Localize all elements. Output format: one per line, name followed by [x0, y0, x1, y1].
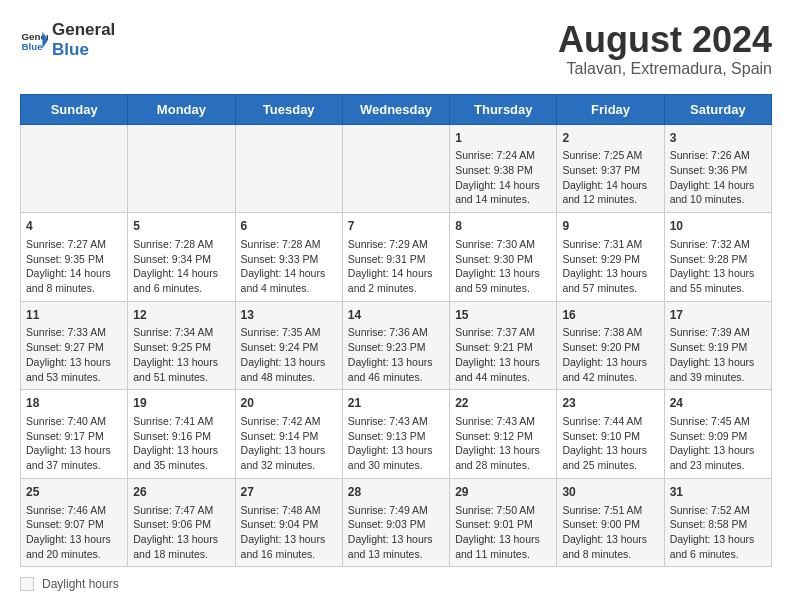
day-info: Sunrise: 7:47 AM Sunset: 9:06 PM Dayligh… — [133, 503, 229, 562]
calendar-cell — [128, 124, 235, 213]
day-number: 17 — [670, 307, 766, 324]
day-number: 14 — [348, 307, 444, 324]
calendar-cell: 19Sunrise: 7:41 AM Sunset: 9:16 PM Dayli… — [128, 390, 235, 479]
calendar-cell: 14Sunrise: 7:36 AM Sunset: 9:23 PM Dayli… — [342, 301, 449, 390]
day-number: 1 — [455, 130, 551, 147]
calendar-cell: 27Sunrise: 7:48 AM Sunset: 9:04 PM Dayli… — [235, 478, 342, 567]
logo-general-text: General — [52, 20, 115, 40]
calendar-cell: 13Sunrise: 7:35 AM Sunset: 9:24 PM Dayli… — [235, 301, 342, 390]
calendar-cell: 21Sunrise: 7:43 AM Sunset: 9:13 PM Dayli… — [342, 390, 449, 479]
day-info: Sunrise: 7:34 AM Sunset: 9:25 PM Dayligh… — [133, 325, 229, 384]
day-number: 18 — [26, 395, 122, 412]
main-title: August 2024 — [558, 20, 772, 60]
day-info: Sunrise: 7:25 AM Sunset: 9:37 PM Dayligh… — [562, 148, 658, 207]
day-info: Sunrise: 7:45 AM Sunset: 9:09 PM Dayligh… — [670, 414, 766, 473]
svg-text:Blue: Blue — [21, 41, 43, 52]
calendar-body: 1Sunrise: 7:24 AM Sunset: 9:38 PM Daylig… — [21, 124, 772, 567]
calendar-cell: 2Sunrise: 7:25 AM Sunset: 9:37 PM Daylig… — [557, 124, 664, 213]
calendar-cell: 23Sunrise: 7:44 AM Sunset: 9:10 PM Dayli… — [557, 390, 664, 479]
subtitle: Talavan, Extremadura, Spain — [558, 60, 772, 78]
day-header-tuesday: Tuesday — [235, 94, 342, 124]
calendar-week-2: 11Sunrise: 7:33 AM Sunset: 9:27 PM Dayli… — [21, 301, 772, 390]
calendar-cell: 11Sunrise: 7:33 AM Sunset: 9:27 PM Dayli… — [21, 301, 128, 390]
day-number: 5 — [133, 218, 229, 235]
calendar-week-0: 1Sunrise: 7:24 AM Sunset: 9:38 PM Daylig… — [21, 124, 772, 213]
day-number: 11 — [26, 307, 122, 324]
calendar-cell: 1Sunrise: 7:24 AM Sunset: 9:38 PM Daylig… — [450, 124, 557, 213]
title-area: August 2024 Talavan, Extremadura, Spain — [558, 20, 772, 78]
day-header-friday: Friday — [557, 94, 664, 124]
day-header-sunday: Sunday — [21, 94, 128, 124]
calendar-cell: 15Sunrise: 7:37 AM Sunset: 9:21 PM Dayli… — [450, 301, 557, 390]
day-header-thursday: Thursday — [450, 94, 557, 124]
day-number: 26 — [133, 484, 229, 501]
day-info: Sunrise: 7:49 AM Sunset: 9:03 PM Dayligh… — [348, 503, 444, 562]
calendar-cell — [21, 124, 128, 213]
day-info: Sunrise: 7:26 AM Sunset: 9:36 PM Dayligh… — [670, 148, 766, 207]
day-info: Sunrise: 7:28 AM Sunset: 9:34 PM Dayligh… — [133, 237, 229, 296]
day-info: Sunrise: 7:32 AM Sunset: 9:28 PM Dayligh… — [670, 237, 766, 296]
calendar-cell: 28Sunrise: 7:49 AM Sunset: 9:03 PM Dayli… — [342, 478, 449, 567]
day-number: 20 — [241, 395, 337, 412]
day-number: 25 — [26, 484, 122, 501]
calendar-cell: 22Sunrise: 7:43 AM Sunset: 9:12 PM Dayli… — [450, 390, 557, 479]
calendar-cell: 18Sunrise: 7:40 AM Sunset: 9:17 PM Dayli… — [21, 390, 128, 479]
calendar-cell: 30Sunrise: 7:51 AM Sunset: 9:00 PM Dayli… — [557, 478, 664, 567]
day-info: Sunrise: 7:43 AM Sunset: 9:13 PM Dayligh… — [348, 414, 444, 473]
calendar-cell: 29Sunrise: 7:50 AM Sunset: 9:01 PM Dayli… — [450, 478, 557, 567]
calendar-cell: 5Sunrise: 7:28 AM Sunset: 9:34 PM Daylig… — [128, 213, 235, 302]
day-info: Sunrise: 7:42 AM Sunset: 9:14 PM Dayligh… — [241, 414, 337, 473]
day-number: 24 — [670, 395, 766, 412]
day-info: Sunrise: 7:27 AM Sunset: 9:35 PM Dayligh… — [26, 237, 122, 296]
calendar-week-1: 4Sunrise: 7:27 AM Sunset: 9:35 PM Daylig… — [21, 213, 772, 302]
calendar-cell: 7Sunrise: 7:29 AM Sunset: 9:31 PM Daylig… — [342, 213, 449, 302]
calendar-cell: 17Sunrise: 7:39 AM Sunset: 9:19 PM Dayli… — [664, 301, 771, 390]
day-number: 21 — [348, 395, 444, 412]
logo-icon: General Blue — [20, 26, 48, 54]
day-number: 15 — [455, 307, 551, 324]
calendar-table: SundayMondayTuesdayWednesdayThursdayFrid… — [20, 94, 772, 568]
calendar-cell: 20Sunrise: 7:42 AM Sunset: 9:14 PM Dayli… — [235, 390, 342, 479]
day-info: Sunrise: 7:24 AM Sunset: 9:38 PM Dayligh… — [455, 148, 551, 207]
day-number: 10 — [670, 218, 766, 235]
day-number: 6 — [241, 218, 337, 235]
daylight-label: Daylight hours — [42, 577, 119, 591]
calendar-week-3: 18Sunrise: 7:40 AM Sunset: 9:17 PM Dayli… — [21, 390, 772, 479]
day-number: 22 — [455, 395, 551, 412]
day-info: Sunrise: 7:44 AM Sunset: 9:10 PM Dayligh… — [562, 414, 658, 473]
calendar-week-4: 25Sunrise: 7:46 AM Sunset: 9:07 PM Dayli… — [21, 478, 772, 567]
day-info: Sunrise: 7:36 AM Sunset: 9:23 PM Dayligh… — [348, 325, 444, 384]
day-number: 4 — [26, 218, 122, 235]
calendar-cell: 10Sunrise: 7:32 AM Sunset: 9:28 PM Dayli… — [664, 213, 771, 302]
day-info: Sunrise: 7:48 AM Sunset: 9:04 PM Dayligh… — [241, 503, 337, 562]
day-number: 16 — [562, 307, 658, 324]
calendar-cell — [342, 124, 449, 213]
day-info: Sunrise: 7:52 AM Sunset: 8:58 PM Dayligh… — [670, 503, 766, 562]
day-info: Sunrise: 7:46 AM Sunset: 9:07 PM Dayligh… — [26, 503, 122, 562]
calendar-cell: 25Sunrise: 7:46 AM Sunset: 9:07 PM Dayli… — [21, 478, 128, 567]
day-info: Sunrise: 7:37 AM Sunset: 9:21 PM Dayligh… — [455, 325, 551, 384]
calendar-cell — [235, 124, 342, 213]
calendar-cell: 16Sunrise: 7:38 AM Sunset: 9:20 PM Dayli… — [557, 301, 664, 390]
day-number: 12 — [133, 307, 229, 324]
calendar-header: SundayMondayTuesdayWednesdayThursdayFrid… — [21, 94, 772, 124]
day-number: 28 — [348, 484, 444, 501]
calendar-cell: 24Sunrise: 7:45 AM Sunset: 9:09 PM Dayli… — [664, 390, 771, 479]
calendar-cell: 26Sunrise: 7:47 AM Sunset: 9:06 PM Dayli… — [128, 478, 235, 567]
logo: General Blue General Blue — [20, 20, 115, 60]
days-header-row: SundayMondayTuesdayWednesdayThursdayFrid… — [21, 94, 772, 124]
day-info: Sunrise: 7:50 AM Sunset: 9:01 PM Dayligh… — [455, 503, 551, 562]
day-number: 7 — [348, 218, 444, 235]
day-header-saturday: Saturday — [664, 94, 771, 124]
day-number: 8 — [455, 218, 551, 235]
footer: Daylight hours — [20, 577, 772, 591]
daylight-box — [20, 577, 34, 591]
day-number: 19 — [133, 395, 229, 412]
calendar-cell: 8Sunrise: 7:30 AM Sunset: 9:30 PM Daylig… — [450, 213, 557, 302]
day-number: 3 — [670, 130, 766, 147]
calendar-cell: 6Sunrise: 7:28 AM Sunset: 9:33 PM Daylig… — [235, 213, 342, 302]
calendar-cell: 31Sunrise: 7:52 AM Sunset: 8:58 PM Dayli… — [664, 478, 771, 567]
day-info: Sunrise: 7:41 AM Sunset: 9:16 PM Dayligh… — [133, 414, 229, 473]
header: General Blue General Blue August 2024 Ta… — [20, 20, 772, 78]
day-number: 31 — [670, 484, 766, 501]
